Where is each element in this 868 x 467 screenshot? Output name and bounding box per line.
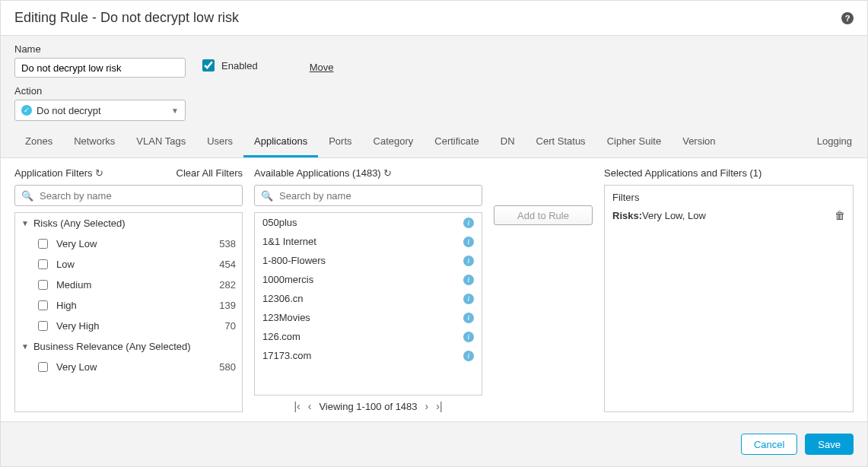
save-button[interactable]: Save [805,434,854,455]
enabled-label: Enabled [221,60,258,71]
filter-checkbox[interactable] [38,321,48,331]
filter-label: High [56,300,77,311]
info-icon[interactable]: i [463,313,474,323]
app-item[interactable]: 1000mercisi [255,270,482,289]
search-icon: 🔍 [21,190,33,202]
action-label: Action [14,85,854,97]
filter-count: 282 [219,279,236,291]
selected-listbox: Filters Risks:Very Low, Low 🗑 [604,185,854,412]
tab-vlan-tags[interactable]: VLAN Tags [126,127,196,157]
app-item[interactable]: 12306.cni [255,289,482,308]
app-label: 12306.cn [262,293,304,304]
info-icon[interactable]: i [463,294,474,304]
search-icon: 🔍 [261,190,273,202]
move-link[interactable]: Move [310,62,334,73]
tab-zones[interactable]: Zones [14,127,63,157]
pager-next[interactable]: › [425,400,429,412]
name-label: Name [14,43,186,55]
cancel-button[interactable]: Cancel [741,434,797,455]
app-label: 1-800-Flowers [262,255,326,266]
filter-item[interactable]: Medium282 [15,275,242,295]
tab-users[interactable]: Users [196,127,243,157]
filter-count: 139 [219,300,236,311]
refresh-available-icon[interactable]: ↻ [383,167,392,179]
app-item[interactable]: 050plusi [255,213,482,232]
filter-group-header[interactable]: ▼Business Relevance (Any Selected) [15,336,242,357]
app-label: 050plus [262,217,297,228]
app-item[interactable]: 17173.comi [255,346,482,365]
available-header: Available Applications (1483) [254,167,381,179]
info-icon[interactable]: i [463,275,474,285]
available-listbox[interactable]: 050plusi1&1 Interneti1-800-Flowersi1000m… [254,212,482,396]
filters-header: Application Filters [14,167,93,179]
help-icon[interactable]: ? [841,12,854,24]
pager-status: Viewing 1-100 of 1483 [319,401,417,412]
filter-item[interactable]: Very Low580 [15,357,242,377]
app-label: 17173.com [262,350,311,361]
filter-count: 454 [219,259,236,270]
selected-filters-label: Filters [612,192,845,203]
filter-label: Low [56,259,75,270]
filter-group-header[interactable]: ▼Risks (Any Selected) [15,213,242,234]
filter-checkbox[interactable] [38,300,48,310]
filter-item[interactable]: Very High70 [15,316,242,336]
app-item[interactable]: 123Moviesi [255,308,482,327]
app-label: 123Movies [262,312,310,323]
app-label: 126.com [262,331,300,342]
dialog-title: Editing Rule - Do not decrypt low risk [14,10,239,26]
filter-count: 70 [225,320,236,332]
delete-selected-filter-icon[interactable]: 🗑 [835,209,845,221]
filter-count: 538 [219,238,236,249]
available-search-input[interactable] [278,189,475,202]
action-value: Do not decrypt [37,105,101,116]
tab-category[interactable]: Category [363,127,424,157]
selected-risk-value: Very Low, Low [642,210,706,221]
info-icon[interactable]: i [463,218,474,228]
filter-listbox[interactable]: ▼Risks (Any Selected)Very Low538Low454Me… [14,212,243,412]
tab-networks[interactable]: Networks [63,127,126,157]
filter-group-label: Risks (Any Selected) [33,218,126,229]
filter-group-label: Business Relevance (Any Selected) [33,341,191,352]
filter-checkbox[interactable] [38,362,48,372]
pager-first[interactable]: |‹ [294,400,300,412]
info-icon[interactable]: i [463,256,474,266]
expand-icon: ▼ [21,342,29,351]
add-to-rule-button[interactable]: Add to Rule [494,205,593,225]
clear-all-filters-link[interactable]: Clear All Filters [176,167,243,179]
tab-dn[interactable]: DN [490,127,526,157]
refresh-filters-icon[interactable]: ↻ [95,167,103,179]
filter-item[interactable]: High139 [15,295,242,316]
tab-applications[interactable]: Applications [243,127,318,157]
info-icon[interactable]: i [463,237,474,247]
filters-search-input[interactable] [38,189,236,202]
filter-label: Very High [56,320,99,332]
filter-checkbox[interactable] [38,259,48,269]
selected-filter-row: Risks:Very Low, Low 🗑 [612,209,845,221]
filters-search[interactable]: 🔍 [14,185,243,206]
available-search[interactable]: 🔍 [254,185,482,206]
info-icon[interactable]: i [463,351,474,361]
app-item[interactable]: 1-800-Flowersi [255,251,482,270]
tab-logging[interactable]: Logging [806,127,867,157]
filter-label: Medium [56,279,91,291]
enabled-checkbox[interactable] [202,59,215,71]
pager-last[interactable]: ›| [436,400,442,412]
filter-count: 580 [219,361,236,373]
app-item[interactable]: 1&1 Interneti [255,232,482,251]
filter-checkbox[interactable] [38,280,48,290]
action-select[interactable]: ✓ Do not decrypt ▼ [14,100,186,121]
tab-cert-status[interactable]: Cert Status [526,127,596,157]
tab-ports[interactable]: Ports [318,127,362,157]
tab-cipher-suite[interactable]: Cipher Suite [596,127,672,157]
filter-item[interactable]: Very Low538 [15,234,242,254]
pager-prev[interactable]: ‹ [308,400,312,412]
name-input[interactable] [14,58,186,78]
filter-checkbox[interactable] [38,239,48,249]
tab-certificate[interactable]: Certificate [424,127,490,157]
selected-header: Selected Applications and Filters (1) [604,167,761,179]
selected-risk-label: Risks: [612,210,642,221]
tab-version[interactable]: Version [672,127,726,157]
filter-item[interactable]: Low454 [15,254,242,275]
info-icon[interactable]: i [463,332,474,342]
app-item[interactable]: 126.comi [255,327,482,346]
